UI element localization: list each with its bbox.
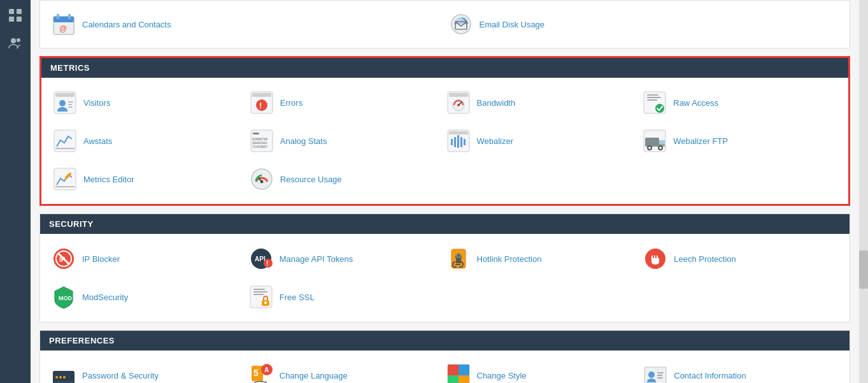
raw-access-item[interactable]: Raw Access <box>641 87 838 119</box>
resource-usage-item[interactable]: Resource Usage <box>248 163 445 195</box>
awstats-item[interactable]: Awstats <box>52 125 248 157</box>
api-tokens-item[interactable]: API ! Manage API Tokens <box>248 243 445 275</box>
calendars-contacts-item[interactable]: @ Calendars and Contacts <box>50 8 443 40</box>
svg-point-15 <box>59 100 66 106</box>
ip-blocker-label: IP Blocker <box>82 254 120 264</box>
metrics-header: METRICS <box>41 58 848 78</box>
svg-rect-9 <box>68 14 71 19</box>
resource-usage-icon <box>248 166 275 192</box>
svg-text:MOD: MOD <box>59 295 72 301</box>
change-style-item[interactable]: Change Style <box>445 359 643 383</box>
bandwidth-item[interactable]: Bandwidth <box>445 87 642 119</box>
free-ssl-item[interactable]: Free SSL <box>248 281 445 313</box>
preferences-body: Password & Security 5 A <box>40 350 850 383</box>
password-security-item[interactable]: Password & Security <box>50 359 248 383</box>
change-language-item[interactable]: 5 A Change Language <box>248 359 445 383</box>
raw-access-icon <box>641 89 668 116</box>
metrics-editor-item[interactable]: Metrics Editor <box>52 163 248 195</box>
svg-text:A: A <box>264 366 269 373</box>
svg-rect-42 <box>451 139 453 145</box>
svg-rect-45 <box>460 137 462 147</box>
api-tokens-icon: API ! <box>248 245 274 272</box>
visitors-item[interactable]: Visitors <box>52 87 248 119</box>
hotlink-icon <box>445 245 472 272</box>
svg-rect-30 <box>647 97 661 98</box>
awstats-icon <box>52 127 78 154</box>
raw-access-label: Raw Access <box>673 98 718 108</box>
svg-point-51 <box>648 147 651 149</box>
webalizer-ftp-icon <box>641 127 668 154</box>
svg-point-85 <box>63 376 66 379</box>
svg-rect-1 <box>17 9 22 14</box>
leech-icon <box>642 245 669 272</box>
email-disk-icon <box>448 11 474 38</box>
svg-rect-100 <box>657 375 662 376</box>
svg-rect-0 <box>9 9 14 14</box>
webalizer-item[interactable]: Webalizer <box>445 125 642 157</box>
webalizer-icon <box>445 127 472 154</box>
svg-point-5 <box>17 38 20 42</box>
svg-rect-79 <box>253 294 264 295</box>
email-disk-usage-item[interactable]: Email Disk Usage <box>448 8 840 40</box>
users-icon[interactable] <box>5 33 25 54</box>
ip-blocker-item[interactable]: IP IP Blocker <box>50 243 248 275</box>
change-language-icon: 5 A <box>248 362 274 383</box>
grid-icon[interactable] <box>5 5 25 25</box>
leech-label: Leech Protection <box>674 254 736 264</box>
change-style-label: Change Style <box>477 371 527 380</box>
svg-text:5: 5 <box>253 368 259 378</box>
svg-text:!: ! <box>259 101 262 110</box>
svg-rect-46 <box>464 139 466 145</box>
svg-rect-36 <box>253 133 259 134</box>
errors-icon: ! <box>248 89 275 116</box>
svg-rect-44 <box>457 135 459 148</box>
metrics-row-2: Awstats 02680746 26402561 71453607 <box>52 125 838 157</box>
webalizer-ftp-item[interactable]: Webalizer FTP <box>641 125 838 157</box>
svg-point-53 <box>659 147 662 149</box>
hotlink-item[interactable]: Hotlink Protection <box>445 243 643 275</box>
metrics-editor-icon <box>52 166 78 192</box>
scrollbar-thumb[interactable] <box>859 250 868 289</box>
metrics-editor-label: Metrics Editor <box>83 175 134 184</box>
errors-label: Errors <box>280 98 302 108</box>
analog-stats-icon: 02680746 26402561 71453607 <box>248 127 275 154</box>
contact-info-label: Contact Information <box>674 371 746 380</box>
svg-point-81 <box>264 301 267 304</box>
bandwidth-icon <box>445 89 472 116</box>
free-ssl-icon <box>248 284 274 310</box>
svg-rect-43 <box>454 137 456 147</box>
svg-rect-78 <box>253 291 267 293</box>
metrics-body: Visitors ! Errors <box>41 78 848 204</box>
analog-stats-item[interactable]: 02680746 26402561 71453607 Analog Stats <box>248 125 445 157</box>
svg-point-84 <box>59 376 62 379</box>
contact-info-item[interactable]: Contact Information <box>642 359 839 383</box>
svg-rect-18 <box>68 106 73 108</box>
security-row-2: MOD ModSecurity <box>50 281 839 313</box>
leech-item[interactable]: Leech Protection <box>642 243 839 275</box>
svg-rect-56 <box>55 186 75 187</box>
svg-rect-7 <box>53 17 74 22</box>
svg-rect-14 <box>55 93 75 97</box>
modsecurity-item[interactable]: MOD ModSecurity <box>50 281 248 313</box>
change-style-icon <box>445 362 472 383</box>
svg-rect-77 <box>253 289 265 290</box>
visitors-label: Visitors <box>83 98 110 108</box>
preferences-header: PREFERENCES <box>40 331 850 350</box>
scrollbar-track[interactable] <box>859 0 868 383</box>
security-section: SECURITY IP IP Blocker <box>39 213 850 322</box>
modsecurity-label: ModSecurity <box>82 293 128 302</box>
api-tokens-label: Manage API Tokens <box>280 254 353 264</box>
svg-rect-94 <box>459 365 469 375</box>
sidebar <box>0 0 31 383</box>
svg-rect-95 <box>448 375 459 383</box>
svg-rect-48 <box>645 138 659 147</box>
modsecurity-icon: MOD <box>50 284 77 310</box>
visitors-icon <box>52 89 78 116</box>
svg-point-98 <box>648 372 655 378</box>
svg-rect-54 <box>659 140 665 144</box>
resource-usage-label: Resource Usage <box>280 175 342 184</box>
svg-rect-99 <box>657 372 664 373</box>
metrics-row-3: Metrics Editor Resource U <box>52 163 838 195</box>
errors-item[interactable]: ! Errors <box>248 87 445 119</box>
security-header: SECURITY <box>40 214 850 234</box>
